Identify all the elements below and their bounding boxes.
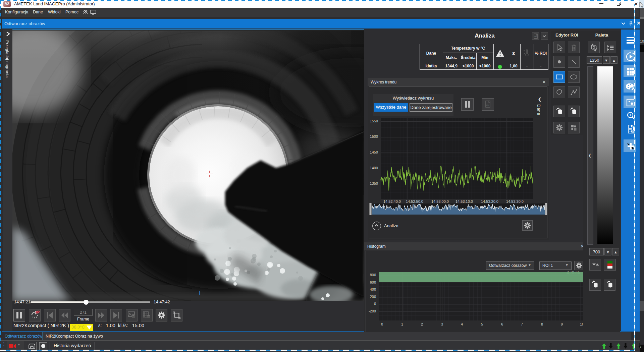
svg-text:csv: csv xyxy=(534,36,537,38)
